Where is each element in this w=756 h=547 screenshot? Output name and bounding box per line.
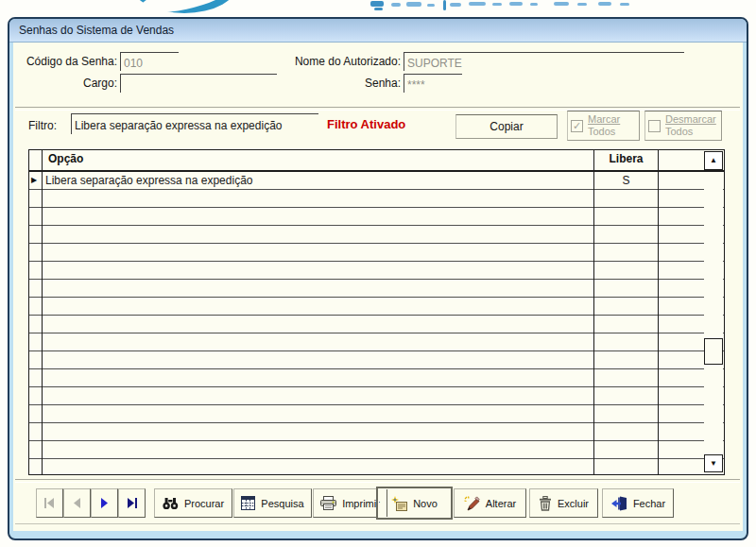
senha-input[interactable] xyxy=(404,74,462,93)
last-record-icon xyxy=(126,498,138,508)
filter-status-badge: Filtro Ativado xyxy=(327,117,405,131)
imprimir-label: Imprimir xyxy=(342,498,380,509)
table-row[interactable] xyxy=(29,190,724,208)
nav-first-button[interactable] xyxy=(36,488,63,518)
table-row-selected[interactable]: ▶ Libera separação expressa na expedição… xyxy=(29,172,724,190)
trash-icon xyxy=(539,496,552,511)
procurar-button[interactable]: Procurar xyxy=(154,488,232,518)
logo-text-fragment xyxy=(598,2,611,6)
nav-prior-button[interactable] xyxy=(63,488,91,518)
logo-text-fragment xyxy=(492,3,502,6)
table-row[interactable] xyxy=(29,316,724,333)
excluir-button[interactable]: Excluir xyxy=(529,488,598,518)
filtro-input[interactable] xyxy=(71,113,318,134)
grid-column-separator xyxy=(593,150,594,474)
scrollbar-up-button[interactable]: ▲ xyxy=(704,151,723,170)
nome-autorizado-input[interactable] xyxy=(404,52,684,71)
grid-column-separator xyxy=(42,150,43,474)
logo-text-fragment xyxy=(554,2,569,6)
nav-next-button[interactable] xyxy=(91,488,118,518)
table-row[interactable] xyxy=(29,208,724,226)
table-row[interactable] xyxy=(29,226,724,244)
app-window: Senhas do Sistema de Vendas Código da Se… xyxy=(8,17,748,540)
table-row[interactable] xyxy=(29,441,724,459)
procurar-label: Procurar xyxy=(184,498,224,509)
table-row[interactable] xyxy=(29,387,724,405)
copiar-button[interactable]: Copiar xyxy=(455,114,558,139)
nav-last-button[interactable] xyxy=(118,488,146,518)
logo-text-fragment xyxy=(530,3,538,6)
scrollbar-thumb[interactable] xyxy=(704,338,723,365)
column-header-libera: Libera xyxy=(594,152,658,165)
senha-label: Senha: xyxy=(240,74,401,93)
table-row[interactable] xyxy=(29,298,724,316)
window-titlebar[interactable]: Senhas do Sistema de Vendas xyxy=(9,19,747,43)
codigo-label: Código da Senha: xyxy=(13,52,117,71)
codigo-input[interactable] xyxy=(120,52,179,71)
prior-record-icon xyxy=(72,498,82,508)
logo-text-fragment xyxy=(406,2,421,7)
logo-text-fragment xyxy=(374,8,383,10)
divider xyxy=(15,523,740,524)
logo-swoosh-highlight xyxy=(139,0,231,16)
exit-door-icon xyxy=(610,496,627,511)
table-row[interactable] xyxy=(29,369,724,387)
table-row[interactable] xyxy=(29,423,724,441)
window-content: Código da Senha: Nome do Autorizado: Car… xyxy=(13,43,743,531)
column-header-opcao: Opção xyxy=(48,152,83,165)
logo-text-fragment xyxy=(469,2,486,6)
grid-header-row: Opção Libera xyxy=(29,150,724,172)
table-row[interactable] xyxy=(29,333,724,351)
pesquisa-button[interactable]: Pesquisa xyxy=(233,488,312,518)
table-row[interactable] xyxy=(29,280,724,298)
fechar-label: Fechar xyxy=(633,498,665,509)
novo-label: Novo xyxy=(413,498,438,509)
table-row[interactable] xyxy=(29,459,724,475)
excluir-label: Excluir xyxy=(558,498,589,509)
logo-text-fragment xyxy=(427,4,435,7)
cell-opcao: Libera separação expressa na expedição xyxy=(45,172,587,189)
logo-wordmark-cropped xyxy=(0,0,756,16)
logo-swoosh-icon xyxy=(130,0,238,13)
row-indicator-icon: ▶ xyxy=(31,176,37,185)
options-grid: Opção Libera ▶ Libera separação expressa… xyxy=(28,149,725,475)
scrollbar-down-button[interactable]: ▼ xyxy=(704,454,723,472)
table-row[interactable] xyxy=(29,351,724,369)
window-title: Senhas do Sistema de Vendas xyxy=(19,24,174,37)
logo-text-fragment xyxy=(391,3,401,7)
desmarcar-todos-button[interactable]: Desmarcar Todos xyxy=(644,111,722,141)
imprimir-button[interactable]: Imprimir xyxy=(313,488,387,518)
logo-text-fragment xyxy=(577,3,587,6)
table-row[interactable] xyxy=(29,262,724,280)
logo-text-fragment xyxy=(450,3,461,7)
marcar-todos-button[interactable]: ✓ Marcar Todos xyxy=(567,111,640,141)
new-record-icon xyxy=(391,496,407,511)
grid-rows: ▶ Libera separação expressa na expedição… xyxy=(29,172,724,474)
binoculars-icon xyxy=(163,497,179,510)
alterar-label: Alterar xyxy=(486,498,516,509)
novo-button[interactable]: Novo xyxy=(378,488,451,518)
desmarcar-todos-label: Desmarcar Todos xyxy=(665,113,716,138)
pesquisa-label: Pesquisa xyxy=(261,498,303,509)
alterar-button[interactable]: Alterar xyxy=(454,488,526,518)
table-icon xyxy=(241,496,255,510)
unchecked-checkbox-icon xyxy=(648,120,661,132)
filtro-label: Filtro: xyxy=(28,116,71,135)
cargo-label: Cargo: xyxy=(13,74,117,93)
nome-autorizado-label: Nome do Autorizado: xyxy=(240,52,401,71)
logo-text-fragment xyxy=(620,3,629,6)
logo-text-fragment xyxy=(509,2,523,6)
fechar-button[interactable]: Fechar xyxy=(602,488,674,518)
marcar-todos-label: Marcar Todos xyxy=(588,113,620,138)
edit-pencil-icon xyxy=(464,496,480,511)
divider xyxy=(15,479,740,483)
next-record-icon xyxy=(99,498,110,508)
table-row[interactable] xyxy=(29,244,724,262)
logo-text-fragment xyxy=(443,0,446,10)
checked-checkbox-icon: ✓ xyxy=(571,120,583,132)
table-row[interactable] xyxy=(29,405,724,423)
cell-libera: S xyxy=(594,172,658,189)
logo-text-fragment xyxy=(370,1,384,7)
scrollbar-track[interactable] xyxy=(704,172,723,474)
printer-icon xyxy=(320,496,336,510)
